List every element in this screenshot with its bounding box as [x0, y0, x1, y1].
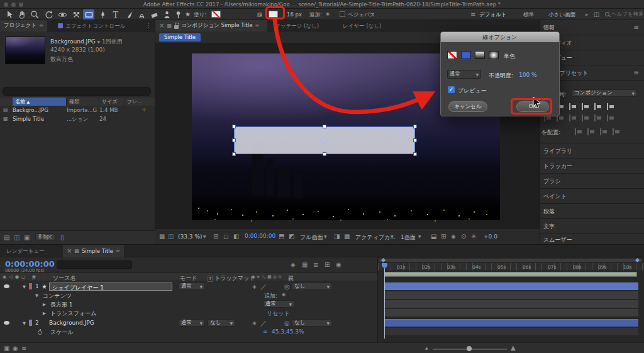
property-row-transform[interactable]: ▶ トランスフォーム リセット [0, 309, 377, 317]
view-layout-caret-icon[interactable]: ▼ [418, 235, 421, 238]
stroke-radial-gradient-swatch[interactable] [489, 51, 499, 59]
draft-3d-icon[interactable]: ▦ [302, 262, 308, 268]
parent-select[interactable]: なし▼ [292, 319, 332, 327]
panel-menu-icon[interactable]: ≡ [634, 25, 639, 31]
panel-tab-brushes[interactable]: ブラシ [540, 174, 644, 189]
handle-bottom-right[interactable] [413, 152, 417, 156]
parent-pickwhip-icon[interactable]: ◎ [284, 284, 290, 290]
quality-slash-icon[interactable]: ／ [260, 284, 267, 290]
timeline-jump-icon[interactable]: ⊞ [441, 233, 446, 240]
tab-overflow-icon[interactable]: ⋮ [146, 23, 151, 28]
align-bottom-icon[interactable] [607, 103, 615, 110]
scale-value[interactable]: 45.3,45.3% [272, 328, 304, 335]
pixel-aspect-icon[interactable]: ⬓ [431, 233, 436, 240]
trash-icon[interactable]: ▯ [60, 235, 64, 241]
transform-reset-link[interactable]: リセット [267, 310, 290, 318]
transparency-grid-icon[interactable]: ▩ [344, 233, 350, 240]
grid-guides-icon[interactable]: ⊞ [213, 233, 218, 240]
expand-transfer-controls-icon[interactable]: ◉ [13, 345, 18, 352]
expander-icon[interactable]: ▼ [23, 321, 26, 326]
layer-name[interactable]: Background.JPG [49, 320, 94, 326]
panel-tab-smoother[interactable]: スムーザー [540, 234, 644, 244]
rectangle-blend-select[interactable]: 通常▼ [263, 300, 294, 308]
tab-layer[interactable]: レイヤー (なし) [343, 23, 381, 30]
handle-mid-right[interactable] [413, 138, 417, 142]
layer-bar-background[interactable] [384, 319, 638, 327]
handle-bottom-left[interactable] [232, 152, 236, 156]
timeline-search-input[interactable] [57, 261, 132, 269]
camera-caret-icon[interactable]: ▼ [391, 235, 394, 238]
tab-composition[interactable]: × ▦ コンポジション Simple Title ≡ [155, 20, 267, 31]
camera-select[interactable]: アクティブカ... [355, 233, 396, 242]
shape-add-menu-icon[interactable]: ◉ [282, 293, 286, 297]
work-area-bar[interactable] [384, 272, 637, 277]
parent-column[interactable]: 親 [288, 274, 294, 283]
ok-button[interactable]: OK [516, 101, 549, 112]
distribute-bottom-icon[interactable] [569, 115, 577, 121]
blend-mode-select[interactable]: 通常▼ [179, 283, 205, 290]
timeline-navigator[interactable] [379, 259, 642, 262]
zoom-tool-icon[interactable] [29, 9, 40, 20]
shape-layer-rectangle[interactable] [234, 126, 415, 154]
parent-pickwhip-icon[interactable]: ◎ [284, 320, 290, 327]
handle-top-left[interactable] [232, 125, 236, 128]
align-top-icon[interactable] [582, 103, 590, 110]
column-type[interactable]: 種類 [67, 98, 99, 106]
workspace-standard[interactable]: 標準 [523, 11, 534, 19]
stroke-swatch[interactable] [269, 11, 278, 18]
eraser-tool-icon[interactable] [148, 9, 160, 20]
brush-tool-icon[interactable] [123, 9, 135, 20]
zoom-caret-icon[interactable]: ▼ [203, 235, 206, 238]
handle-top-right[interactable] [413, 125, 417, 128]
project-row-composition[interactable]: ▦ Simple Title ...ション 24 [0, 115, 155, 123]
interpret-footage-icon[interactable]: ▤ [4, 235, 9, 241]
composition-mini-flowchart-icon[interactable]: ◈ [291, 262, 296, 268]
trkmat-column[interactable]: T トラックマット [208, 274, 255, 283]
blend-mode-select[interactable]: 通常▼ [179, 319, 205, 327]
resolution-select[interactable]: フル画面 [300, 233, 323, 242]
quality-switch-icon[interactable]: ∗ [252, 284, 257, 290]
zoom-out-mountain-icon[interactable]: ▲ [425, 346, 428, 350]
timeline-zoom-slider-handle[interactable] [467, 346, 472, 351]
reset-exposure-icon[interactable]: ⊙ [461, 233, 466, 240]
roto-brush-tool-icon[interactable] [161, 9, 172, 20]
project-row-background[interactable]: ▤ Backgro...JPG Importe...G 1.4 MB ⊹ [0, 106, 155, 115]
close-icon[interactable]: × [159, 23, 164, 29]
eye-icon[interactable] [4, 321, 9, 325]
help-search-input[interactable] [611, 10, 643, 18]
rotation-tool-icon[interactable] [43, 9, 54, 20]
handle-bottom-center[interactable] [323, 152, 326, 156]
add-menu-icon[interactable]: ◉ [326, 12, 330, 16]
anchor-point[interactable] [320, 137, 326, 143]
project-search-input[interactable] [3, 87, 151, 96]
quality-slash-icon[interactable]: ／ [260, 320, 267, 327]
align-right-icon[interactable] [569, 103, 577, 110]
resolution-caret-icon[interactable]: ▼ [324, 235, 327, 238]
close-icon[interactable]: × [67, 248, 72, 254]
mask-visibility-icon[interactable]: ◻ [223, 233, 228, 240]
snapshot-camera-icon[interactable]: ⬒ [279, 233, 284, 240]
layer-color-chip[interactable] [29, 283, 32, 289]
flowchart-icon[interactable]: ◈ [451, 233, 456, 240]
panel-tab-paint[interactable]: ペイント [540, 189, 644, 204]
column-size[interactable]: サイズ [99, 98, 125, 106]
property-row-rectangle[interactable]: ▶ 長方形 1 通常▼ [0, 300, 377, 308]
clone-stamp-tool-icon[interactable] [136, 9, 147, 20]
stroke-blend-mode-select[interactable]: 通常▼ [447, 70, 481, 79]
hand-tool-icon[interactable] [16, 9, 28, 20]
shape-tool-icon[interactable] [83, 9, 94, 20]
expander-icon[interactable]: ▼ [35, 293, 38, 298]
panel-tab-library[interactable]: ライブラリ [540, 143, 644, 159]
workspace-adjust-icon[interactable]: ◫ [594, 11, 599, 18]
color-depth-button[interactable]: 8 bpc [35, 233, 55, 240]
time-ruler[interactable]: 01s 02s 03s 04s 05s 06s 07s 08s 09s 10s [378, 263, 644, 271]
panel-menu-icon[interactable]: ≡ [634, 70, 639, 76]
column-name[interactable]: 名前 ▲ [13, 98, 67, 106]
workspace-small-screen[interactable]: 小さい画面 [548, 11, 575, 19]
expander-icon[interactable]: ▼ [23, 284, 26, 289]
lock-icon[interactable] [174, 25, 179, 29]
hide-shy-layers-icon[interactable]: ≣ [313, 262, 318, 268]
quality-switch-icon[interactable]: ∗ [252, 320, 257, 327]
exposure-gear-icon[interactable]: ✳ [471, 233, 476, 240]
source-name-column[interactable]: ソース名 [53, 274, 75, 283]
